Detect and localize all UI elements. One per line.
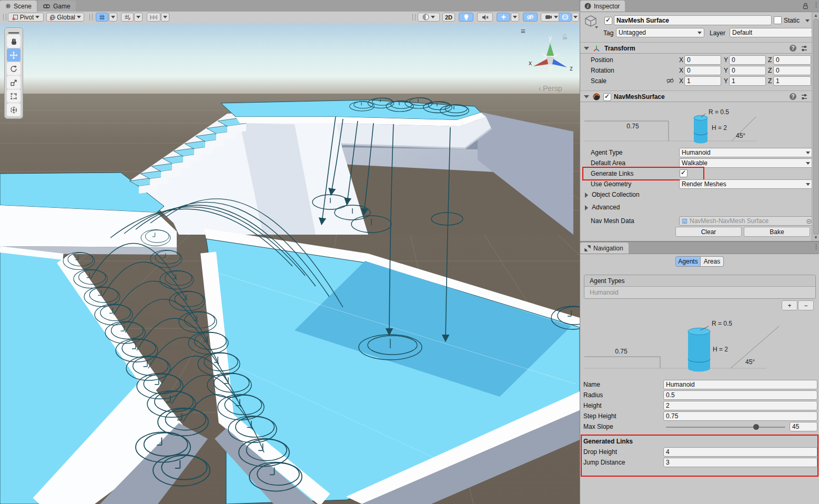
scale-x-field[interactable]: 1 <box>684 76 721 86</box>
svg-text:0.75: 0.75 <box>615 348 628 355</box>
shaded-sphere-icon <box>422 14 429 21</box>
overlay-drag-handle[interactable]: ▬▬ <box>6 29 22 34</box>
grid-visibility-dropdown[interactable] <box>109 13 117 22</box>
overlay-menu-icon[interactable]: ≡ <box>521 26 525 35</box>
draw-mode-button[interactable] <box>418 13 440 22</box>
foldout-icon[interactable] <box>584 95 589 98</box>
snap-grid-button[interactable] <box>121 13 134 22</box>
navmeshsurface-header[interactable]: NavMeshSurface ? ⋮ <box>580 90 819 102</box>
2d-toggle-button[interactable]: 2D <box>442 13 455 22</box>
axis-label: X <box>679 56 683 64</box>
help-icon[interactable]: ? <box>790 45 796 52</box>
radius-field[interactable]: 0.5 <box>663 390 817 400</box>
transform-tool-button[interactable] <box>7 103 21 116</box>
use-geometry-dropdown[interactable]: Render Meshes <box>679 179 813 189</box>
help-icon[interactable]: ? <box>790 93 796 100</box>
inspector-menu-icon[interactable]: ⋮ <box>813 2 819 7</box>
gizmos-button[interactable] <box>559 13 571 22</box>
nav-mesh-data-field[interactable]: NavMesh-NavMesh Surface <box>679 216 814 226</box>
object-picker-icon[interactable] <box>806 219 812 224</box>
max-slope-field[interactable]: 45 <box>790 422 817 431</box>
tab-inspector[interactable]: i Inspector <box>580 1 625 12</box>
persp-label[interactable]: ‹ Persp <box>526 84 574 93</box>
scale-y-field[interactable]: 1 <box>729 76 766 86</box>
rotation-y-field[interactable]: 0 <box>729 66 766 75</box>
agent-type-list-item[interactable]: Humanoid <box>584 287 815 298</box>
foldout-icon[interactable] <box>585 205 588 210</box>
grid-visibility-button[interactable] <box>96 13 108 22</box>
snap-grid-dropdown[interactable] <box>134 13 143 22</box>
svg-text:R = 0.5: R = 0.5 <box>712 320 732 327</box>
inspector-scrollbar[interactable]: ▲ ▼ <box>812 12 819 241</box>
snap-increment-dropdown[interactable] <box>161 13 169 22</box>
scroll-up-icon[interactable]: ▲ <box>812 13 819 18</box>
static-checkbox[interactable] <box>774 16 782 24</box>
generate-links-checkbox[interactable] <box>680 169 687 177</box>
effects-dropdown[interactable] <box>511 13 519 22</box>
gizmos-dropdown[interactable] <box>572 13 579 22</box>
rotation-x-field[interactable]: 0 <box>684 66 721 75</box>
tag-dropdown[interactable]: Untagged <box>616 28 704 37</box>
gameobject-cube-icon <box>584 15 598 28</box>
static-dropdown-icon[interactable] <box>805 19 810 22</box>
tab-inspector-label: Inspector <box>594 3 620 10</box>
slider-thumb[interactable] <box>753 424 759 430</box>
add-agent-button[interactable]: + <box>782 300 797 310</box>
agents-tab-button[interactable]: Agents <box>675 256 701 267</box>
pivot-button[interactable]: Pivot <box>8 13 44 22</box>
jump-distance-field[interactable]: 3 <box>663 458 817 467</box>
max-slope-slider[interactable] <box>666 427 785 428</box>
position-x-field[interactable]: 0 <box>684 55 721 65</box>
snap-increment-button[interactable] <box>147 13 160 22</box>
tab-navigation[interactable]: Navigation <box>580 243 629 254</box>
link-broken-icon[interactable] <box>666 77 674 84</box>
rotation-z-field[interactable]: 0 <box>773 66 811 75</box>
toolbar-handle[interactable] <box>3 14 6 21</box>
scrollbar-thumb[interactable] <box>813 19 819 235</box>
transform-header[interactable]: Transform ? ⋮ <box>580 42 819 54</box>
scene-view: Scene Game Pivot Global <box>0 0 580 504</box>
rotate-tool-button[interactable] <box>7 62 21 75</box>
scale-z-field[interactable]: 1 <box>773 76 811 86</box>
height-field[interactable]: 2 <box>663 401 817 410</box>
effects-button[interactable] <box>497 13 510 22</box>
scale-tool-button[interactable] <box>7 76 21 89</box>
remove-agent-button[interactable]: − <box>798 300 814 310</box>
bake-button[interactable]: Bake <box>744 227 810 237</box>
lighting-toggle-button[interactable] <box>459 13 473 22</box>
audio-toggle-button[interactable] <box>477 13 493 22</box>
presets-icon[interactable] <box>801 45 808 52</box>
move-tool-button[interactable] <box>7 48 21 62</box>
default-area-dropdown[interactable]: Walkable <box>679 158 813 168</box>
navigation-menu-icon[interactable]: ⋮ <box>813 244 819 249</box>
clear-button[interactable]: Clear <box>675 227 742 237</box>
position-y-field[interactable]: 0 <box>729 55 766 65</box>
component-enabled-checkbox[interactable] <box>603 93 611 101</box>
foldout-icon[interactable] <box>585 193 588 198</box>
drop-height-field[interactable]: 4 <box>663 447 817 457</box>
scroll-down-icon[interactable]: ▼ <box>812 235 819 240</box>
position-z-field[interactable]: 0 <box>773 55 811 65</box>
step-height-field[interactable]: 0.75 <box>663 411 817 421</box>
areas-tab-button[interactable]: Areas <box>701 256 724 267</box>
presets-icon[interactable] <box>801 93 808 100</box>
agent-type-dropdown[interactable]: Humanoid <box>679 148 813 157</box>
scene-viewport[interactable]: ▬▬ ≡ <box>0 23 580 504</box>
name-field[interactable]: Humanoid <box>663 380 817 389</box>
view-tool-button[interactable] <box>7 35 21 48</box>
rect-tool-button[interactable] <box>7 89 21 103</box>
tab-scene[interactable]: Scene <box>0 1 37 12</box>
object-collection-foldout[interactable]: Object Collection <box>592 191 640 198</box>
orientation-gizmo[interactable]: y x z ‹ Persp <box>526 34 574 102</box>
chevron-down-icon <box>77 16 81 18</box>
gameobject-active-checkbox[interactable] <box>604 17 612 25</box>
global-button[interactable]: Global <box>46 13 84 22</box>
gameobject-name-field[interactable]: NavMesh Surface <box>614 15 772 25</box>
tab-game[interactable]: Game <box>38 1 76 12</box>
advanced-foldout[interactable]: Advanced <box>592 204 620 211</box>
layer-dropdown[interactable]: Default <box>730 28 818 37</box>
axis-gizmo <box>533 43 567 77</box>
scene-visibility-button[interactable] <box>523 13 538 22</box>
unlock-icon[interactable] <box>802 2 808 12</box>
foldout-icon[interactable] <box>584 47 589 50</box>
